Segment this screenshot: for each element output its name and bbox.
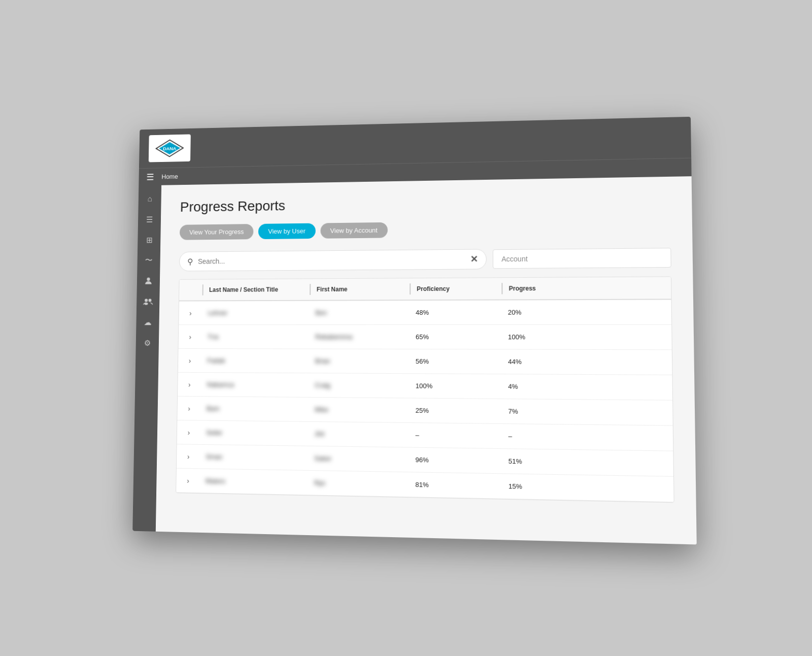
cell-last-name: Lehner	[202, 304, 310, 322]
col-proficiency: Proficiency	[410, 283, 501, 294]
cell-first-name: Mike	[309, 401, 409, 419]
sidebar-item-users[interactable]	[140, 292, 157, 310]
row-expand-icon[interactable]: ›	[179, 325, 202, 348]
search-input[interactable]	[198, 255, 465, 266]
col-progress: Progress	[501, 282, 585, 294]
cell-progress: 20%	[501, 303, 585, 321]
svg-point-5	[148, 299, 151, 302]
row-expand-icon[interactable]: ›	[176, 469, 200, 493]
browser-window: DANA ☰ Home ⌂ ☰ ⊞ 〜 ☁ ⚙ Progress Reports	[132, 117, 697, 545]
tab-view-your-progress[interactable]: View Your Progress	[180, 224, 254, 240]
sidebar-item-home[interactable]: ⌂	[141, 190, 158, 208]
cell-proficiency: 96%	[409, 451, 502, 470]
table-row: › Nabamca Craig 100% 4%	[178, 373, 672, 401]
cell-progress: 7%	[502, 402, 586, 421]
cell-proficiency: 81%	[409, 475, 502, 495]
hamburger-icon[interactable]: ☰	[146, 172, 154, 182]
cell-last-name: Matero	[199, 472, 308, 491]
cell-proficiency: 48%	[410, 304, 502, 321]
nav-home-label[interactable]: Home	[161, 173, 178, 180]
cell-first-name: Brian	[309, 352, 410, 371]
row-expand-icon[interactable]: ›	[178, 373, 201, 396]
cell-progress: 15%	[502, 477, 586, 497]
cell-proficiency: 100%	[410, 377, 502, 396]
cell-proficiency: –	[409, 426, 502, 445]
row-expand-icon[interactable]: ›	[179, 301, 202, 324]
cell-last-name: Seiler	[200, 423, 309, 442]
content-area: Progress Reports View Your Progress View…	[156, 176, 697, 544]
logo-container: DANA	[149, 134, 191, 162]
sidebar-item-wave[interactable]: 〜	[140, 251, 157, 269]
sidebar-item-grid[interactable]: ⊞	[141, 231, 158, 249]
account-dropdown[interactable]: Account	[493, 248, 671, 269]
row-expand-icon[interactable]: ›	[177, 397, 200, 420]
svg-point-4	[145, 299, 148, 302]
row-expand-icon[interactable]: ›	[178, 349, 201, 372]
search-icon: ⚲	[187, 257, 193, 266]
dana-logo: DANA	[155, 138, 184, 158]
svg-point-3	[147, 278, 150, 281]
cell-proficiency: 25%	[410, 402, 502, 420]
cell-last-name: Fadab	[201, 352, 310, 370]
page-title: Progress Reports	[180, 192, 671, 215]
table-header: Last Name / Section Title First Name Pro…	[179, 277, 671, 301]
close-icon[interactable]: ✕	[470, 254, 478, 265]
cell-last-name: Tna	[201, 328, 309, 346]
main-layout: ⌂ ☰ ⊞ 〜 ☁ ⚙ Progress Reports View Your P…	[132, 176, 697, 544]
cell-progress: 4%	[502, 377, 586, 396]
row-expand-icon[interactable]: ›	[177, 420, 200, 444]
sidebar-item-settings[interactable]: ⚙	[139, 334, 156, 352]
cell-proficiency: 56%	[410, 352, 502, 371]
cell-progress: 44%	[502, 353, 586, 371]
tab-buttons: View Your Progress View by User View by …	[180, 219, 671, 240]
tab-view-by-user[interactable]: View by User	[258, 223, 316, 239]
data-table: Last Name / Section Title First Name Pro…	[176, 276, 674, 503]
cell-progress: –	[502, 427, 586, 446]
table-row: › Tna Rebabemma 65% 100%	[178, 325, 671, 350]
sidebar-item-cloud[interactable]: ☁	[139, 313, 156, 331]
sidebar-item-user[interactable]	[140, 272, 157, 290]
cell-first-name: Ben	[310, 304, 410, 321]
col-first-name: First Name	[310, 283, 410, 295]
cell-first-name: Rpc	[308, 474, 409, 494]
col-expand	[179, 284, 202, 296]
search-container: ⚲ ✕ Account	[179, 247, 671, 271]
table-row: › Fadab Brian 56% 44%	[178, 349, 672, 375]
cell-last-name: Bam	[200, 400, 309, 418]
sidebar-item-menu[interactable]: ☰	[141, 211, 158, 228]
search-bar[interactable]: ⚲ ✕	[179, 249, 487, 271]
table-body: › Lehner Ben 48% 20% › Tna Rebabemma 65%…	[176, 300, 673, 502]
cell-first-name: Jhil	[309, 425, 410, 444]
row-expand-icon[interactable]: ›	[177, 444, 200, 468]
table-row: › Lehner Ben 48% 20%	[179, 300, 671, 325]
svg-text:DANA: DANA	[163, 146, 177, 151]
tab-view-by-account[interactable]: View by Account	[320, 222, 388, 239]
cell-last-name: Nabamca	[201, 376, 309, 394]
cell-first-name: Rebabemma	[309, 328, 410, 346]
cell-progress: 100%	[502, 328, 586, 346]
cell-first-name: Craig	[309, 376, 410, 395]
cell-last-name: Sman	[200, 448, 309, 467]
cell-progress: 51%	[502, 452, 586, 472]
cell-proficiency: 65%	[410, 328, 502, 346]
cell-first-name: Saker	[308, 449, 409, 469]
col-last-name: Last Name / Section Title	[202, 284, 310, 295]
